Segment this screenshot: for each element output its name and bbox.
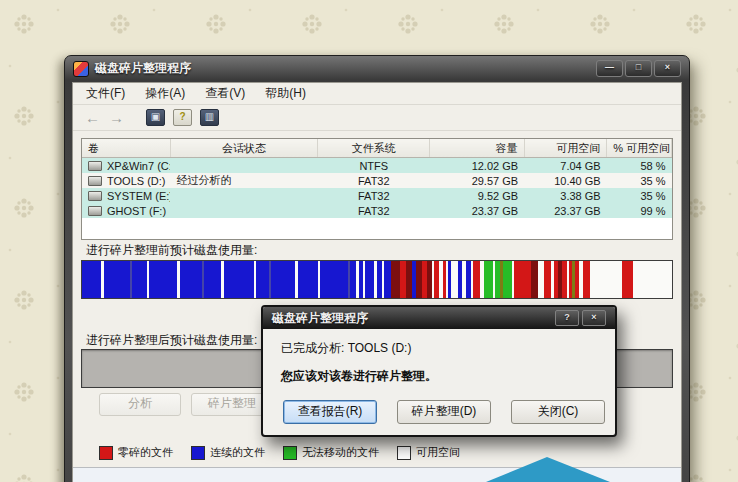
- minimize-button[interactable]: —: [596, 60, 623, 77]
- column-header[interactable]: % 可用空间: [607, 139, 672, 158]
- dialog-body: 已完成分析: TOOLS (D:) 您应该对该卷进行碎片整理。: [263, 329, 615, 385]
- menu-item-0[interactable]: 文件(F): [79, 83, 132, 104]
- usage-before-label: 进行碎片整理前预计磁盘使用量:: [86, 242, 257, 259]
- legend-swatch: [99, 446, 113, 460]
- volume-table-head-row: 卷会话状态文件系统容量可用空间% 可用空间: [82, 139, 672, 158]
- legend-item: 零碎的文件: [99, 445, 173, 460]
- volume-list: 卷会话状态文件系统容量可用空间% 可用空间 XP&Win7 (C:)NTFS12…: [81, 138, 673, 240]
- menu-item-3[interactable]: 帮助(H): [258, 83, 313, 104]
- dialog-titlebar[interactable]: 磁盘碎片整理程序 ? ×: [263, 307, 615, 329]
- column-header[interactable]: 容量: [430, 139, 524, 158]
- window-controls: —□×: [596, 60, 681, 77]
- back-arrow-icon[interactable]: ←: [85, 110, 100, 125]
- column-header[interactable]: 卷: [82, 139, 170, 158]
- disk-segment: [104, 261, 130, 298]
- disk-segment: [149, 261, 177, 298]
- drive-icon: [88, 191, 102, 201]
- toolbar-icons: ▣?▥: [146, 109, 219, 126]
- usage-after-label: 进行碎片整理后预计磁盘使用量:: [86, 332, 257, 349]
- disk-segment: [256, 261, 269, 298]
- menu-bar: 文件(F)操作(A)查看(V)帮助(H): [73, 83, 681, 105]
- view-report-button[interactable]: 查看报告(R): [283, 400, 377, 424]
- close-dialog-button[interactable]: 关闭(C): [511, 400, 605, 424]
- dialog-buttons: 查看报告(R)碎片整理(D)关闭(C): [263, 385, 615, 424]
- legend-swatch: [283, 446, 297, 460]
- defrag-window: 磁盘碎片整理程序 —□× 文件(F)操作(A)查看(V)帮助(H) ← → ▣?…: [64, 55, 690, 482]
- toolbar: ← → ▣?▥: [73, 105, 681, 131]
- legend-item: 连续的文件: [191, 445, 265, 460]
- dialog-help-button[interactable]: ?: [555, 310, 579, 326]
- disk-segment: [298, 261, 317, 298]
- legend-item: 无法移动的文件: [283, 445, 379, 460]
- disk-segment: [633, 261, 672, 298]
- table-row[interactable]: SYSTEM (E:)FAT329.52 GB3.38 GB35 %: [82, 188, 672, 203]
- table-row[interactable]: TOOLS (D:)经过分析的FAT3229.57 GB10.40 GB35 %: [82, 173, 672, 188]
- table-row[interactable]: GHOST (F:)FAT3223.37 GB23.37 GB99 %: [82, 203, 672, 218]
- disk-segment: [514, 261, 531, 298]
- dialog-title: 磁盘碎片整理程序: [272, 310, 368, 327]
- legend-swatch: [191, 446, 205, 460]
- disk-segment: [224, 261, 254, 298]
- action-buttons: 分析 碎片整理: [99, 393, 273, 416]
- menu-item-2[interactable]: 查看(V): [198, 83, 252, 104]
- disk-segment: [132, 261, 147, 298]
- disk-segment: [365, 261, 374, 298]
- table-row[interactable]: XP&Win7 (C:)NTFS12.02 GB7.04 GB58 %: [82, 158, 672, 174]
- analysis-complete-dialog: 磁盘碎片整理程序 ? × 已完成分析: TOOLS (D:) 您应该对该卷进行碎…: [261, 305, 617, 437]
- analysis-result-text: 已完成分析: TOOLS (D:): [281, 340, 597, 357]
- panel-window-icon[interactable]: ▥: [200, 109, 219, 126]
- window-content: 文件(F)操作(A)查看(V)帮助(H) ← → ▣?▥ 卷会话状态文件系统容量…: [72, 82, 682, 482]
- column-header[interactable]: 会话状态: [170, 139, 317, 158]
- disk-segment: [204, 261, 221, 298]
- disk-segment: [590, 261, 622, 298]
- defragment-now-button[interactable]: 碎片整理(D): [397, 400, 491, 424]
- recommendation-text: 您应该对该卷进行碎片整理。: [281, 368, 597, 385]
- pointer-triangle: [486, 457, 610, 482]
- forward-arrow-icon[interactable]: →: [109, 110, 124, 125]
- help-document-icon[interactable]: ?: [173, 109, 192, 126]
- drive-icon: [88, 206, 102, 216]
- disk-segment: [180, 261, 202, 298]
- disk-segment: [391, 261, 400, 298]
- legend: 零碎的文件连续的文件无法移动的文件可用空间: [99, 445, 460, 460]
- defrag-app-icon: [73, 61, 89, 77]
- maximize-button[interactable]: □: [625, 60, 652, 77]
- desktop-background: 磁盘碎片整理程序 —□× 文件(F)操作(A)查看(V)帮助(H) ← → ▣?…: [0, 0, 738, 482]
- window-title: 磁盘碎片整理程序: [95, 60, 191, 77]
- drive-icon: [88, 176, 102, 186]
- column-header[interactable]: 文件系统: [318, 139, 430, 158]
- console-window-icon[interactable]: ▣: [146, 109, 165, 126]
- legend-item: 可用空间: [397, 445, 460, 460]
- dialog-controls: ? ×: [555, 310, 606, 326]
- dialog-close-icon[interactable]: ×: [582, 310, 606, 326]
- close-button[interactable]: ×: [654, 60, 681, 77]
- drive-icon: [88, 161, 102, 171]
- disk-segment: [622, 261, 633, 298]
- disk-segment: [271, 261, 295, 298]
- disk-segment: [320, 261, 348, 298]
- legend-swatch: [397, 446, 411, 460]
- column-header[interactable]: 可用空间: [524, 139, 607, 158]
- usage-bar-before: [81, 260, 673, 299]
- analyze-button[interactable]: 分析: [99, 393, 181, 416]
- menu-item-1[interactable]: 操作(A): [138, 83, 192, 104]
- disk-segment: [503, 261, 512, 298]
- window-titlebar[interactable]: 磁盘碎片整理程序 —□×: [65, 56, 689, 81]
- disk-segment: [484, 261, 493, 298]
- disk-segment: [82, 261, 101, 298]
